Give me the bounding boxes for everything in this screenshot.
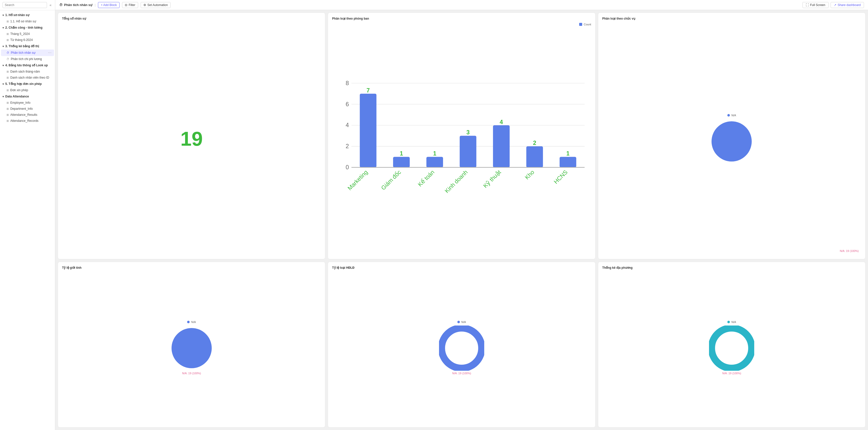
svg-rect-25: [526, 147, 543, 167]
card-thong-ke-dia-phuong: Thống kê địa phương N/A N/A: 19 (100%): [598, 262, 866, 428]
pie-chuc-vu-annotation: N/A: 19 (100%): [840, 249, 859, 252]
nav-item-icon: ⊞: [6, 119, 9, 123]
sidebar-nav: ▾1. Hồ sơ nhân sự⊞1.1. Hồ sơ nhân sự▾2. …: [0, 10, 55, 430]
fullscreen-icon: ⛶: [806, 3, 809, 7]
svg-point-35: [712, 328, 752, 368]
nav-item-label: Từ tháng 6-2024: [10, 38, 33, 42]
arrow-icon: ▾: [2, 14, 4, 17]
svg-rect-10: [360, 94, 376, 167]
share-icon: ↗: [834, 3, 836, 7]
automation-icon: ⚙: [144, 3, 146, 7]
nav-item[interactable]: ⊞Attendance_Results: [1, 112, 54, 118]
pie-chuc-vu-svg: [709, 119, 754, 164]
pie-legend-dot: [727, 114, 730, 117]
card-title-phong-ban: Phân loại theo phòng ban: [332, 17, 591, 20]
nav-group-header[interactable]: ▾3. Thống kê bảng đồ thị: [0, 43, 55, 50]
card-ty-le-hdld: Tỷ lệ loại HĐLĐ N/A N/A: 19 (100%): [328, 262, 595, 428]
svg-point-34: [441, 328, 482, 368]
card-tong-so-nhan-su: Tổng số nhân sự 19: [58, 12, 325, 259]
card-title-tong-so: Tổng số nhân sự: [62, 17, 321, 20]
svg-text:0: 0: [346, 164, 349, 171]
svg-text:1: 1: [433, 150, 436, 157]
nav-item[interactable]: ⊞1.1. Hồ sơ nhân sự: [1, 18, 54, 24]
sidebar-search-area: «: [0, 0, 55, 10]
nav-item-icon: ⊞: [6, 76, 9, 80]
svg-text:Kho: Kho: [524, 169, 536, 181]
svg-text:Kinh doanh: Kinh doanh: [443, 169, 469, 194]
nav-item-label: Đơn xin phép: [10, 88, 28, 92]
card-phan-loai-phong-ban: Phân loại theo phòng ban Count 024687Mar…: [328, 12, 595, 259]
more-button[interactable]: ⋯: [48, 51, 52, 55]
share-dashboard-button[interactable]: ↗ Share dashboard: [831, 2, 864, 8]
main-area: ⏱ Phân tích nhân sự | + Add Block ⊟ Filt…: [55, 0, 868, 430]
nav-group-header[interactable]: ▾4. Bảng lưu thông số Look up: [0, 62, 55, 68]
card-phan-loai-chuc-vu: Phân loại theo chức vụ N/A N/A: 19 (100%…: [598, 12, 866, 259]
nav-item[interactable]: ⏱Phân tích chi phí lương: [1, 56, 54, 62]
nav-item-label: Department_Info: [10, 107, 33, 111]
svg-text:4: 4: [346, 122, 349, 128]
pie-gioi-tinh-annotation: N/A: 19 (100%): [182, 372, 201, 375]
topbar-title: ⏱ Phân tích nhân sự: [59, 3, 92, 7]
pie-dia-phuong-legend: N/A: [727, 320, 736, 324]
nav-item[interactable]: ⊞Attendance_Records: [1, 118, 54, 124]
svg-text:7: 7: [367, 87, 370, 94]
nav-group-header[interactable]: ▾Data Attendance: [0, 93, 55, 100]
set-automation-button[interactable]: ⚙ Set Automation: [141, 2, 170, 8]
pie-hdld-legend: N/A: [457, 320, 466, 324]
nav-item-icon: ⊞: [6, 70, 9, 73]
nav-item[interactable]: ⊞Employee_Info: [1, 100, 54, 106]
nav-item-label: Danh sách tháng-năm: [10, 70, 40, 73]
fullscreen-button[interactable]: ⛶ Full Screen: [802, 2, 829, 8]
svg-rect-22: [493, 125, 509, 167]
svg-point-32: [712, 121, 752, 161]
collapse-button[interactable]: «: [49, 2, 53, 7]
pie-dia-phuong-container: N/A N/A: 19 (100%): [602, 272, 861, 423]
topbar-right: ⛶ Full Screen ↗ Share dashboard: [802, 2, 864, 8]
topbar-separator: |: [95, 3, 95, 7]
add-block-button[interactable]: + Add Block: [98, 2, 120, 8]
nav-item-label: Danh sách nhân viên theo ID: [10, 76, 49, 80]
nav-item[interactable]: ⊞Tháng 5_2024: [1, 31, 54, 37]
nav-item[interactable]: ⏱Phân tích nhân sự⋯: [1, 50, 54, 56]
svg-text:3: 3: [466, 129, 470, 135]
filter-icon: ⊟: [125, 3, 127, 7]
nav-item-icon: ⊞: [6, 38, 9, 42]
pie-chuc-vu-legend: N/A: [727, 114, 736, 117]
pie-hdld-container: N/A N/A: 19 (100%): [332, 272, 591, 423]
nav-item-icon: ⊞: [6, 89, 9, 92]
nav-group-header[interactable]: ▾1. Hồ sơ nhân sự: [0, 12, 55, 18]
arrow-icon: ▾: [2, 64, 4, 67]
svg-text:Kế toán: Kế toán: [417, 169, 436, 188]
svg-text:2: 2: [346, 143, 349, 149]
search-input[interactable]: [2, 2, 47, 8]
svg-text:1: 1: [566, 150, 569, 157]
svg-text:Giám đốc: Giám đốc: [380, 169, 402, 191]
nav-item-icon: ⊞: [6, 20, 9, 23]
pie-gioi-tinh-container: N/A N/A: 19 (100%): [62, 272, 321, 423]
svg-text:2: 2: [533, 140, 536, 146]
nav-item[interactable]: ⊞Danh sách nhân viên theo ID: [1, 74, 54, 81]
dashboard: Tổng số nhân sự 19 Phân loại theo phòng …: [55, 10, 868, 430]
pie-dia-phuong-svg: [709, 326, 754, 371]
card-title-chuc-vu: Phân loại theo chức vụ: [602, 17, 861, 20]
nav-group-header[interactable]: ▾2. Chấm công - tính lương: [0, 24, 55, 31]
card-title-hdld: Tỷ lệ loại HĐLĐ: [332, 266, 591, 270]
nav-item[interactable]: ⊞Đơn xin phép: [1, 87, 54, 93]
nav-item[interactable]: ⊞Department_Info: [1, 106, 54, 112]
pie-legend-label: N/A: [732, 114, 736, 117]
nav-item[interactable]: ⊞Từ tháng 6-2024: [1, 37, 54, 43]
arrow-icon: ▾: [2, 95, 4, 98]
filter-button[interactable]: ⊟ Filter: [122, 2, 138, 8]
legend-color-count: [579, 23, 582, 26]
nav-item-icon: ⏱: [6, 58, 9, 61]
nav-item[interactable]: ⊞Danh sách tháng-năm: [1, 68, 54, 74]
pie-gioi-tinh-svg: [169, 326, 214, 371]
svg-text:Kỹ thuật: Kỹ thuật: [482, 169, 502, 189]
clock-icon: ⏱: [59, 3, 63, 7]
card-ty-le-gioi-tinh: Tỷ lệ giới tính N/A N/A: 19 (100%): [58, 262, 325, 428]
nav-item-label: Attendance_Records: [10, 119, 38, 123]
nav-group-header[interactable]: ▾5. Tổng hợp đơn xin phép: [0, 81, 55, 87]
pie-hdld-annotation: N/A: 19 (100%): [452, 372, 471, 375]
pie-dia-phuong-dot: [727, 321, 730, 323]
nav-item-icon: ⏱: [6, 51, 9, 54]
